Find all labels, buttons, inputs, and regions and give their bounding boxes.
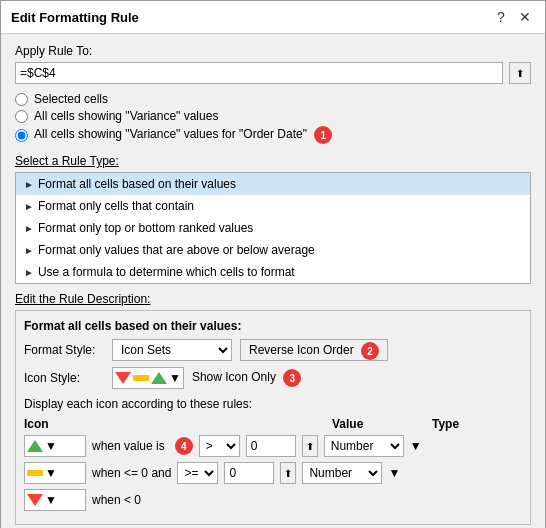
- dash-yellow-icon-2: [27, 470, 43, 476]
- col-value-header: Value: [332, 417, 432, 431]
- format-style-select[interactable]: Icon Sets: [112, 339, 232, 361]
- scope-option-2: All cells showing "Variance" values: [15, 109, 531, 123]
- rule-type-item-1[interactable]: ► Format all cells based on their values: [16, 173, 530, 195]
- dialog-body: Apply Rule To: ⬆ Selected cells All cell…: [1, 34, 545, 528]
- value-input-1[interactable]: [246, 435, 296, 457]
- scope-radio-group: Selected cells All cells showing "Varian…: [15, 92, 531, 144]
- edit-desc-section: Format all cells based on their values: …: [15, 310, 531, 525]
- scope-label-3: All cells showing "Variance" values for …: [34, 126, 332, 144]
- icon-style-label: Icon Style:: [24, 371, 104, 385]
- rule-type-item-2[interactable]: ► Format only cells that contain: [16, 195, 530, 217]
- format-all-cells-label: Format all cells based on their values:: [24, 319, 522, 333]
- col-type-header: Type: [432, 417, 522, 431]
- condition-text-3: when < 0: [92, 493, 141, 507]
- collapse-button[interactable]: ⬆: [509, 62, 531, 84]
- icon-select-3[interactable]: ▼: [24, 489, 86, 511]
- apply-rule-input[interactable]: [15, 62, 503, 84]
- help-button[interactable]: ?: [491, 7, 511, 27]
- scope-radio-3[interactable]: [15, 129, 28, 142]
- icon-style-select[interactable]: ▼: [112, 367, 184, 389]
- icon-rule-row-2: ▼ when <= 0 and >= > < <= ⬆ Number Perce…: [24, 462, 522, 484]
- arrow-icon-1: ►: [24, 179, 34, 190]
- type-select-1[interactable]: Number Percent Formula Percentile: [324, 435, 404, 457]
- scope-radio-1[interactable]: [15, 93, 28, 106]
- format-style-label: Format Style:: [24, 343, 104, 357]
- icon-select-2[interactable]: ▼: [24, 462, 86, 484]
- col-icon-header: Icon: [24, 417, 114, 431]
- spin-btn-2[interactable]: ⬆: [280, 462, 296, 484]
- scope-option-3: All cells showing "Variance" values for …: [15, 126, 531, 144]
- operator-select-2[interactable]: >= > < <=: [177, 462, 218, 484]
- badge-2: 2: [361, 342, 379, 360]
- col-condition-header: [114, 417, 332, 431]
- scope-option-1: Selected cells: [15, 92, 531, 106]
- scope-label-1: Selected cells: [34, 92, 108, 106]
- up-green-icon-1: [27, 440, 43, 452]
- dialog-title: Edit Formatting Rule: [11, 10, 139, 25]
- rule-type-section-label: Select a Rule Type:: [15, 154, 531, 168]
- close-button[interactable]: ✕: [515, 7, 535, 27]
- arrow-icon-2: ►: [24, 201, 34, 212]
- icon-rules-header: Icon Value Type: [24, 417, 522, 431]
- rule-type-item-3[interactable]: ► Format only top or bottom ranked value…: [16, 217, 530, 239]
- condition-text-2: when <= 0 and: [92, 466, 171, 480]
- scope-radio-2[interactable]: [15, 110, 28, 123]
- badge-4: 4: [175, 437, 193, 455]
- arrow-icon-5: ►: [24, 267, 34, 278]
- edit-desc-label: Edit the Rule Description:: [15, 292, 531, 306]
- condition-text-1: when value is: [92, 439, 165, 453]
- scope-label-2: All cells showing "Variance" values: [34, 109, 218, 123]
- arrow-icon-4: ►: [24, 245, 34, 256]
- down-red-icon-3: [27, 494, 43, 506]
- badge-3: 3: [283, 369, 301, 387]
- icon-style-row: Icon Style: ▼ Show Icon Only 3: [24, 367, 522, 389]
- icon-rule-row-1: ▼ when value is 4 > >= < <= ⬆ Number Per…: [24, 435, 522, 457]
- down-red-icon: [115, 372, 131, 384]
- badge-1: 1: [314, 126, 332, 144]
- display-rules-title: Display each icon according to these rul…: [24, 397, 522, 411]
- title-bar: Edit Formatting Rule ? ✕: [1, 1, 545, 34]
- rule-type-box: ► Format all cells based on their values…: [15, 172, 531, 284]
- edit-formatting-rule-dialog: Edit Formatting Rule ? ✕ Apply Rule To: …: [0, 0, 546, 528]
- icon-select-1[interactable]: ▼: [24, 435, 86, 457]
- icon-set-preview: [115, 372, 167, 384]
- value-input-2[interactable]: [224, 462, 274, 484]
- title-bar-controls: ? ✕: [491, 7, 535, 27]
- show-icon-only-label: Show Icon Only 3: [192, 369, 301, 387]
- apply-rule-row: ⬆: [15, 62, 531, 84]
- dash-yellow-icon: [133, 375, 149, 381]
- format-style-row: Format Style: Icon Sets Reverse Icon Ord…: [24, 339, 522, 361]
- icon-rule-row-3: ▼ when < 0: [24, 489, 522, 511]
- up-green-icon: [151, 372, 167, 384]
- rule-type-item-4[interactable]: ► Format only values that are above or b…: [16, 239, 530, 261]
- operator-select-1[interactable]: > >= < <=: [199, 435, 240, 457]
- type-select-2[interactable]: Number Percent Formula Percentile: [302, 462, 382, 484]
- reverse-icon-order-button[interactable]: Reverse Icon Order 2: [240, 339, 388, 361]
- arrow-icon-3: ►: [24, 223, 34, 234]
- spin-btn-1[interactable]: ⬆: [302, 435, 318, 457]
- apply-rule-label: Apply Rule To:: [15, 44, 531, 58]
- rule-type-item-5[interactable]: ► Use a formula to determine which cells…: [16, 261, 530, 283]
